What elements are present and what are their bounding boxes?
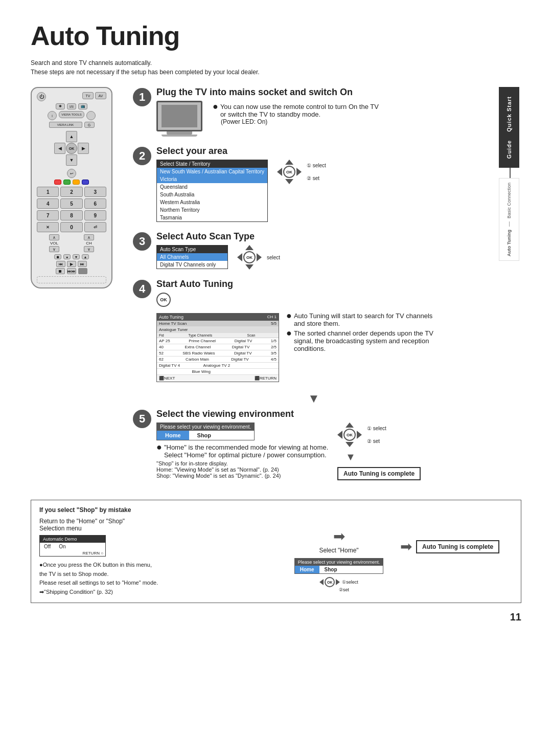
step-number-4: 4 (133, 280, 151, 298)
viewing-env-menu-2: Please select your viewing environment. … (294, 558, 384, 574)
quick-start-sidebar: Quick Start Guide Basic Connection Auto … (499, 87, 521, 490)
auto-tuning-complete-2: Auto Tuning is complete (416, 540, 499, 553)
step-number-3: 3 (133, 232, 151, 251)
step-5: 5 Select the viewing environment Please … (133, 409, 495, 480)
bottom-bullet-4: ➡"Shipping Condition" (p. 32) (39, 588, 278, 597)
page-title: Auto Tuning (31, 20, 521, 51)
step-4-bullet-1: ● Auto Tuning will start to search for T… (286, 312, 440, 327)
step-3-menu: Auto Scan Type All Channels Digital TV C… (156, 245, 228, 269)
auto-tuning-complete-1: Auto Tuning is complete (337, 467, 421, 480)
step-2: 2 Select your area Select State / Territ… (133, 146, 495, 222)
step-4-title: Start Auto Tuning (156, 279, 495, 290)
down-arrow: ▼ (133, 391, 495, 406)
select-home-label: Select "Home" (319, 547, 358, 554)
step-1-title: Plug the TV into mains socket and switch… (156, 87, 495, 98)
step-5-bullet-1: ● "Home" is the recommended mode for vie… (156, 443, 330, 459)
bottom-instruction-1: Return to the "Home" or "Shop" (39, 518, 278, 525)
bottom-bullet-2: the TV is set to Shop mode. (39, 570, 278, 579)
step-number-5: 5 (133, 410, 151, 428)
step-3-title: Select Auto Scan Type (156, 231, 495, 242)
steps-container: 1 Plug the TV into mains socket and swit… (123, 87, 495, 490)
bottom-bullet-3: Please reset all settings to set to "Hom… (39, 579, 278, 588)
bottom-instruction-2: Selection menu (39, 525, 278, 532)
step-1: 1 Plug the TV into mains socket and swit… (133, 87, 495, 137)
step-1-bullet-1: ● You can now use the remote control to … (213, 103, 386, 118)
remote-control: ⏻ TV AV ✱ I/II 📺 i VIERA TOOLS (31, 87, 112, 288)
step-2-title: Select your area (156, 146, 495, 157)
viewing-env-menu: Please select your viewing environment. … (156, 423, 255, 440)
step-3: 3 Select Auto Scan Type Auto Scan Type A… (133, 231, 495, 270)
subtitle: Search and store TV channels automatical… (31, 58, 521, 77)
bottom-box: If you select "Shop" by mistake Return t… (31, 500, 521, 603)
remote-illustration: ⏻ TV AV ✱ I/II 📺 i VIERA TOOLS (31, 87, 123, 490)
bottom-bullet-1: ●Once you press the OK button in this me… (39, 561, 278, 570)
step-4: 4 Start Auto Tuning OK Auto Tuning CH 1 (133, 279, 495, 382)
step-5-title: Select the viewing environment (156, 409, 495, 419)
auto-tuning-table: Auto Tuning CH 1 Home TV Scan 5/5 Analog… (156, 310, 279, 382)
page-number: 11 (31, 611, 521, 623)
step-number-1: 1 (133, 88, 151, 106)
step-2-menu: Select State / Territory New South Wales… (156, 160, 268, 222)
auto-demo-menu: Automatic Demo Off On RETURN ○ (39, 535, 106, 557)
step-4-bullet-2: ● The sorted channel order depends upon … (286, 329, 440, 352)
step-number-2: 2 (133, 147, 151, 165)
bottom-box-title: If you select "Shop" by mistake (39, 506, 513, 514)
